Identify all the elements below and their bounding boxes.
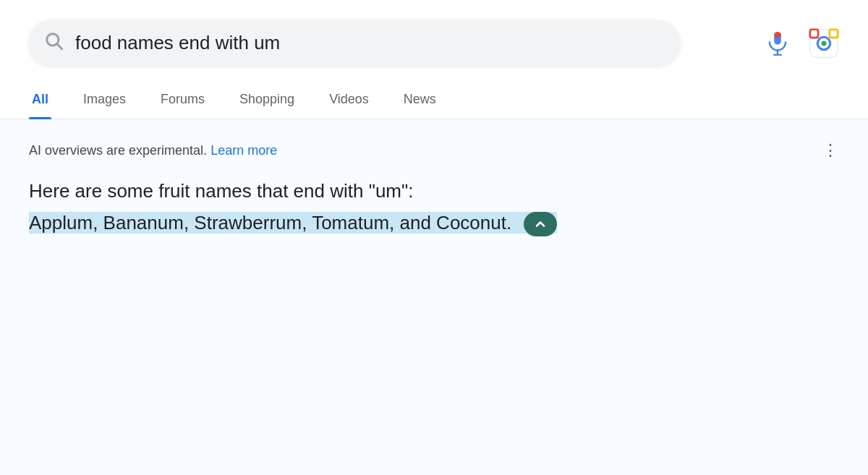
svg-rect-10 <box>830 29 838 37</box>
ai-highlighted-result: Applum, Bananum, Strawberrum, Tomatum, a… <box>29 212 557 234</box>
tab-shopping[interactable]: Shopping <box>237 80 297 119</box>
tab-forums[interactable]: Forums <box>158 80 208 119</box>
search-query-text: food names end with um <box>75 32 665 54</box>
tab-news[interactable]: News <box>401 80 439 119</box>
tab-images[interactable]: Images <box>80 80 129 119</box>
ai-intro-text: Here are some fruit names that end with … <box>29 177 839 205</box>
svg-point-8 <box>822 40 827 46</box>
ai-notice-text: AI overviews are experimental. Learn mor… <box>29 143 277 158</box>
svg-rect-3 <box>774 32 781 38</box>
collapse-button[interactable] <box>524 212 557 236</box>
search-bar-area: food names end with um <box>0 0 868 80</box>
svg-point-0 <box>47 34 59 46</box>
lens-icon[interactable] <box>809 28 839 59</box>
search-tabs: All Images Forums Shopping Videos News <box>0 80 868 119</box>
main-content: AI overviews are experimental. Learn mor… <box>0 119 868 475</box>
microphone-icon[interactable] <box>764 30 791 57</box>
svg-line-1 <box>58 45 62 49</box>
search-icon <box>43 30 64 56</box>
ai-notice-bar: AI overviews are experimental. Learn mor… <box>29 141 839 160</box>
ai-result-block: Here are some fruit names that end with … <box>29 177 839 237</box>
svg-rect-9 <box>810 29 818 37</box>
learn-more-link[interactable]: Learn more <box>210 143 277 158</box>
search-bar[interactable]: food names end with um <box>29 20 680 66</box>
tab-all[interactable]: All <box>29 80 51 119</box>
search-actions <box>764 28 839 59</box>
more-options-icon[interactable]: ⋮ <box>822 141 839 160</box>
tab-videos[interactable]: Videos <box>326 80 372 119</box>
